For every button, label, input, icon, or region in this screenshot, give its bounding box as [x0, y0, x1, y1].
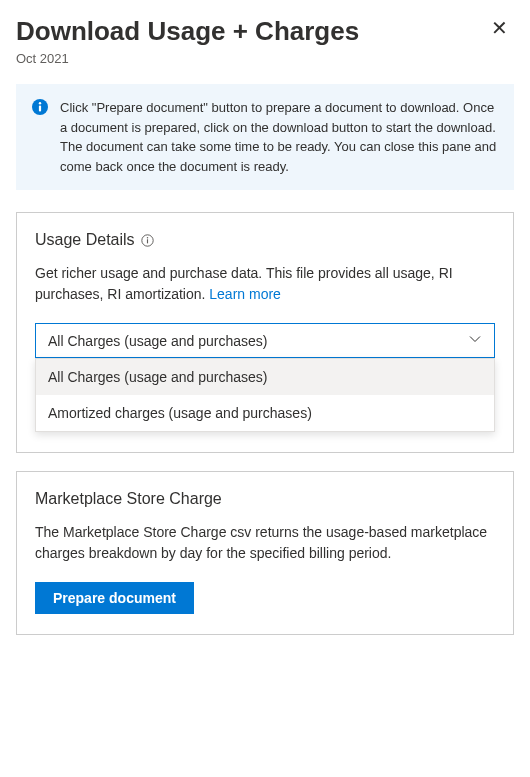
chevron-down-icon: [468, 332, 482, 349]
usage-details-title: Usage Details: [35, 231, 135, 249]
page-title: Download Usage + Charges: [16, 16, 359, 47]
charges-dropdown-trigger[interactable]: All Charges (usage and purchases): [35, 323, 495, 358]
learn-more-link[interactable]: Learn more: [209, 286, 281, 302]
info-icon: [32, 98, 48, 176]
svg-rect-5: [147, 239, 148, 243]
close-icon: ✕: [491, 17, 508, 39]
svg-point-1: [39, 102, 41, 104]
charges-dropdown-list: All Charges (usage and purchases) Amorti…: [35, 358, 495, 432]
info-text: Click "Prepare document" button to prepa…: [60, 98, 498, 176]
info-banner: Click "Prepare document" button to prepa…: [16, 84, 514, 190]
charges-dropdown: All Charges (usage and purchases) All Ch…: [35, 323, 495, 358]
close-button[interactable]: ✕: [485, 16, 514, 40]
marketplace-card: Marketplace Store Charge The Marketplace…: [16, 471, 514, 635]
marketplace-description: The Marketplace Store Charge csv returns…: [35, 522, 495, 564]
dropdown-option-amortized[interactable]: Amortized charges (usage and purchases): [36, 395, 494, 431]
svg-point-4: [146, 236, 147, 237]
info-hint-icon[interactable]: [141, 234, 154, 247]
svg-rect-2: [39, 106, 41, 112]
page-subtitle: Oct 2021: [16, 51, 514, 66]
usage-details-card: Usage Details Get richer usage and purch…: [16, 212, 514, 453]
dropdown-option-all-charges[interactable]: All Charges (usage and purchases): [36, 359, 494, 395]
marketplace-title: Marketplace Store Charge: [35, 490, 222, 508]
dropdown-selected-value: All Charges (usage and purchases): [48, 333, 267, 349]
usage-details-description: Get richer usage and purchase data. This…: [35, 263, 495, 305]
prepare-document-button[interactable]: Prepare document: [35, 582, 194, 614]
